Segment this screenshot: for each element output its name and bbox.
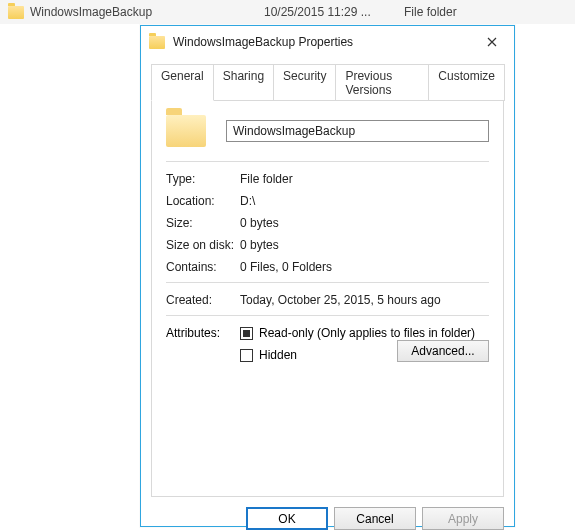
close-button[interactable] (478, 30, 506, 54)
hidden-checkbox[interactable] (240, 349, 253, 362)
label-attributes: Attributes: (166, 326, 240, 362)
folder-icon (8, 6, 24, 19)
tab-strip: General Sharing Security Previous Versio… (141, 58, 514, 101)
value-size-on-disk: 0 bytes (240, 238, 489, 252)
file-type: File folder (404, 5, 524, 19)
divider (166, 315, 489, 316)
file-listing-row[interactable]: WindowsImageBackup 10/25/2015 11:29 ... … (0, 0, 575, 24)
label-size: Size: (166, 216, 240, 230)
divider (166, 282, 489, 283)
file-date: 10/25/2015 11:29 ... (264, 5, 404, 19)
dialog-title: WindowsImageBackup Properties (173, 35, 478, 49)
tab-previous-versions[interactable]: Previous Versions (335, 64, 429, 101)
file-name: WindowsImageBackup (30, 5, 152, 19)
folder-icon-large (166, 115, 206, 147)
tab-panel-general: Type:File folder Location:D:\ Size:0 byt… (151, 100, 504, 497)
hidden-label: Hidden (259, 348, 297, 362)
label-location: Location: (166, 194, 240, 208)
apply-button[interactable]: Apply (422, 507, 504, 530)
value-created: Today, October 25, 2015, 5 hours ago (240, 293, 489, 307)
label-created: Created: (166, 293, 240, 307)
tab-security[interactable]: Security (273, 64, 336, 101)
tab-customize[interactable]: Customize (428, 64, 505, 101)
properties-dialog: WindowsImageBackup Properties General Sh… (140, 25, 515, 527)
titlebar: WindowsImageBackup Properties (141, 26, 514, 58)
cancel-button[interactable]: Cancel (334, 507, 416, 530)
dialog-buttons: OK Cancel Apply (141, 507, 514, 530)
tab-general[interactable]: General (151, 64, 214, 101)
label-contains: Contains: (166, 260, 240, 274)
readonly-label: Read-only (Only applies to files in fold… (259, 326, 475, 340)
readonly-checkbox[interactable] (240, 327, 253, 340)
value-type: File folder (240, 172, 489, 186)
divider (166, 161, 489, 162)
value-contains: 0 Files, 0 Folders (240, 260, 489, 274)
label-type: Type: (166, 172, 240, 186)
value-size: 0 bytes (240, 216, 489, 230)
advanced-button[interactable]: Advanced... (397, 340, 489, 362)
value-location: D:\ (240, 194, 489, 208)
label-size-on-disk: Size on disk: (166, 238, 240, 252)
tab-sharing[interactable]: Sharing (213, 64, 274, 101)
folder-icon (149, 36, 165, 49)
folder-name-input[interactable] (226, 120, 489, 142)
ok-button[interactable]: OK (246, 507, 328, 530)
